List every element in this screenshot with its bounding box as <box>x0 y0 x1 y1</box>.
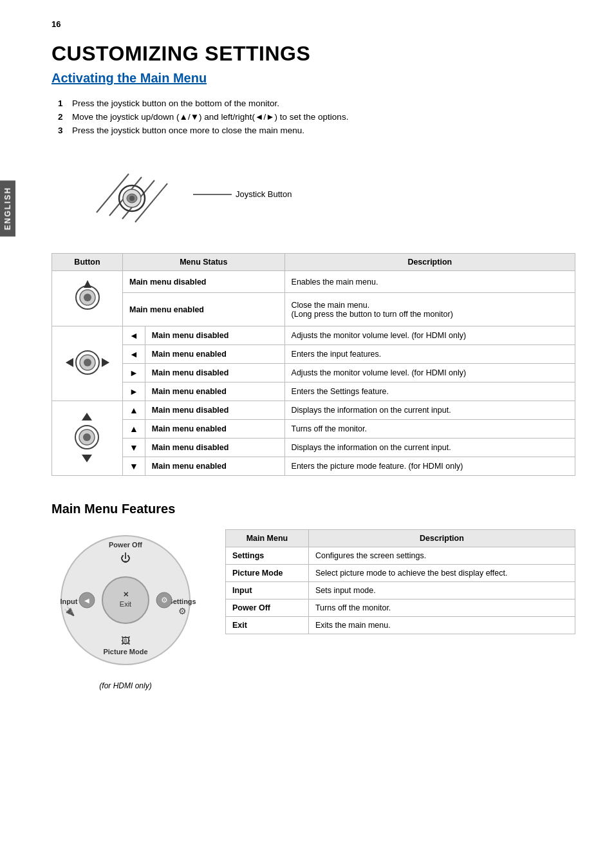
svg-text:Input: Input <box>60 598 78 605</box>
menu-desc-settings: Configures the screen settings. <box>308 547 575 565</box>
menu-item-settings: Settings <box>226 547 309 565</box>
svg-point-21 <box>83 433 91 441</box>
section2-content: Power Off ⏻ Input 🔌 Settings ⚙ Picture M… <box>51 529 575 690</box>
arrow-cell: ▲ <box>123 401 145 420</box>
description-cell: Enters the Settings feature. <box>284 382 575 401</box>
description-cell: Adjusts the monitor volume level. (for H… <box>284 364 575 382</box>
menu-item-poweroff: Power Off <box>226 599 309 617</box>
step-num-3: 3 <box>58 126 67 135</box>
arrow-cell: ► <box>123 364 145 382</box>
arrow-cell: ◄ <box>123 326 145 345</box>
svg-text:✕: ✕ <box>123 590 129 598</box>
step-1-text: Press the joystick button on the bottom … <box>72 99 279 108</box>
svg-text:Picture Mode: Picture Mode <box>103 648 147 656</box>
arrow-cell: ▲ <box>123 420 145 439</box>
table-row: Picture Mode Select picture mode to achi… <box>226 565 575 582</box>
arrow-cell: ▼ <box>123 439 145 457</box>
menu-status-cell: Main menu disabled <box>145 364 284 382</box>
hdmi-note: (for HDMI only) <box>99 681 151 690</box>
table-row: ▼ Main menu enabled Enters the picture m… <box>52 457 575 476</box>
menu-status-cell: Main menu disabled <box>145 401 284 420</box>
table-row: Power Off Turns off the monitor. <box>226 599 575 617</box>
svg-text:⚙: ⚙ <box>178 606 187 616</box>
steps-list: 1 Press the joystick button on the botto… <box>51 99 575 135</box>
svg-text:Exit: Exit <box>120 600 131 608</box>
menu-status-cell: Main menu disabled <box>145 326 284 345</box>
svg-text:Power Off: Power Off <box>109 541 142 549</box>
step-num-2: 2 <box>58 112 67 122</box>
menu-features-table: Main Menu Description Settings Configure… <box>225 529 575 634</box>
step-1: 1 Press the joystick button on the botto… <box>58 99 575 108</box>
menu-status-cell: Main menu disabled <box>123 271 285 293</box>
svg-point-11 <box>84 294 91 301</box>
menu-desc-exit: Exits the main menu. <box>308 617 575 634</box>
menu-status-cell: Main menu enabled <box>123 293 285 326</box>
svg-marker-13 <box>66 358 73 367</box>
menu-status-cell: Main menu enabled <box>145 345 284 364</box>
menu-status-cell: Main menu disabled <box>145 439 284 457</box>
button-cell-up <box>52 271 123 326</box>
col-header-description: Description <box>284 254 575 271</box>
svg-text:🔌: 🔌 <box>64 606 75 617</box>
features-col-menu: Main Menu <box>226 530 309 547</box>
joystick-illustration-area: Joystick Button <box>51 155 575 234</box>
step-2-text: Move the joystick up/down (▲/▼) and left… <box>72 112 348 122</box>
description-cell: Enters the picture mode feature. (for HD… <box>284 457 575 476</box>
page-number: 16 <box>51 19 575 29</box>
arrow-cell: ◄ <box>123 345 145 364</box>
menu-desc-poweroff: Turns off the monitor. <box>308 599 575 617</box>
col-header-menu-status: Menu Status <box>123 254 285 271</box>
menu-diagram: Power Off ⏻ Input 🔌 Settings ⚙ Picture M… <box>51 529 200 690</box>
description-cell: Enters the input features. <box>284 345 575 364</box>
col-header-button: Button <box>52 254 123 271</box>
description-cell: Displays the information on the current … <box>284 439 575 457</box>
menu-desc-input: Sets input mode. <box>308 582 575 599</box>
menu-item-input: Input <box>226 582 309 599</box>
table-row: ► Main menu enabled Enters the Settings … <box>52 382 575 401</box>
table-row: Main menu disabled Enables the main menu… <box>52 271 575 293</box>
svg-point-16 <box>84 359 91 366</box>
arrow-cell: ► <box>123 382 145 401</box>
menu-item-exit: Exit <box>226 617 309 634</box>
section1-title: Activating the Main Menu <box>51 71 575 86</box>
svg-text:⏻: ⏻ <box>120 552 131 563</box>
description-cell: Displays the information on the current … <box>284 401 575 420</box>
side-language-tab: ENGLISH <box>0 180 15 236</box>
svg-marker-18 <box>82 413 92 420</box>
svg-text:◀: ◀ <box>84 597 89 604</box>
svg-marker-22 <box>82 455 92 462</box>
menu-circle: Power Off ⏻ Input 🔌 Settings ⚙ Picture M… <box>55 529 196 671</box>
description-cell: Adjusts the monitor volume level. (for H… <box>284 326 575 345</box>
svg-line-0 <box>97 174 129 212</box>
features-col-desc: Description <box>308 530 575 547</box>
description-cell: Turns off the monitor. <box>284 420 575 439</box>
svg-text:🖼: 🖼 <box>121 636 130 646</box>
svg-marker-17 <box>102 358 109 367</box>
button-table: Button Menu Status Description Main menu… <box>51 253 575 476</box>
menu-item-picture: Picture Mode <box>226 565 309 582</box>
arrow-cell: ▼ <box>123 457 145 476</box>
button-cell-lr <box>52 326 123 401</box>
table-row: Input Sets input mode. <box>226 582 575 599</box>
joystick-image <box>77 155 180 234</box>
table-row: ► Main menu disabled Adjusts the monitor… <box>52 364 575 382</box>
menu-status-cell: Main menu enabled <box>145 382 284 401</box>
joystick-label: Joystick Button <box>236 189 292 199</box>
svg-text:⚙: ⚙ <box>161 596 168 605</box>
main-title: CUSTOMIZING SETTINGS <box>51 42 575 66</box>
description-cell: Enables the main menu. <box>284 271 575 293</box>
table-row: Main menu enabled Close the main menu.(L… <box>52 293 575 326</box>
table-row: ▲ Main menu enabled Turns off the monito… <box>52 420 575 439</box>
svg-text:Settings: Settings <box>168 598 196 605</box>
description-cell: Close the main menu.(Long press the butt… <box>284 293 575 326</box>
table-row: ◄ Main menu disabled Adjusts the monitor… <box>52 326 575 345</box>
svg-point-7 <box>129 196 135 201</box>
table-row: Exit Exits the main menu. <box>226 617 575 634</box>
step-2: 2 Move the joystick up/down (▲/▼) and le… <box>58 112 575 122</box>
svg-marker-12 <box>84 280 91 288</box>
table-row: Settings Configures the screen settings. <box>226 547 575 565</box>
menu-status-cell: Main menu enabled <box>145 457 284 476</box>
menu-status-cell: Main menu enabled <box>145 420 284 439</box>
table-row: ▼ Main menu disabled Displays the inform… <box>52 439 575 457</box>
table-row: ▲ Main menu disabled Displays the inform… <box>52 401 575 420</box>
